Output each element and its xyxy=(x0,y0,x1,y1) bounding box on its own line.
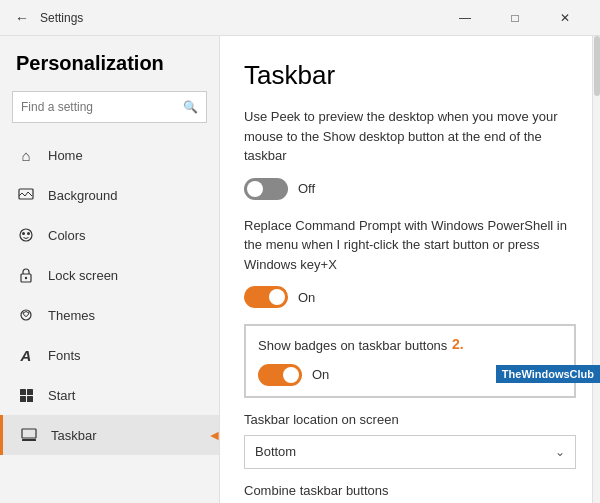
sidebar-item-label-background: Background xyxy=(48,188,117,203)
replace-toggle-label: On xyxy=(298,290,315,305)
start-icon xyxy=(16,385,36,405)
content-area: Taskbar Use Peek to preview the desktop … xyxy=(220,36,600,503)
badges-toggle-label: On xyxy=(312,367,329,382)
svg-rect-7 xyxy=(20,389,26,395)
sidebar-item-label-colors: Colors xyxy=(48,228,86,243)
svg-point-1 xyxy=(20,229,32,241)
title-bar: ← Settings — □ ✕ xyxy=(0,0,600,36)
svg-rect-8 xyxy=(27,389,33,395)
sidebar-item-label-start: Start xyxy=(48,388,75,403)
maximize-button[interactable]: □ xyxy=(492,4,538,32)
replace-toggle-row: On xyxy=(244,286,576,308)
colors-icon xyxy=(16,225,36,245)
location-title: Taskbar location on screen xyxy=(244,412,576,427)
sidebar: Personalization 🔍 ⌂ Home Background Colo… xyxy=(0,36,220,503)
svg-rect-9 xyxy=(20,396,26,402)
sidebar-item-lockscreen[interactable]: Lock screen xyxy=(0,255,219,295)
svg-rect-11 xyxy=(22,429,36,438)
sidebar-item-label-lockscreen: Lock screen xyxy=(48,268,118,283)
location-value: Bottom xyxy=(255,444,555,459)
home-icon: ⌂ xyxy=(16,145,36,165)
sidebar-item-label-themes: Themes xyxy=(48,308,95,323)
peek-toggle[interactable] xyxy=(244,178,288,200)
peek-toggle-row: Off xyxy=(244,178,576,200)
sidebar-item-taskbar[interactable]: Taskbar ◄ 1. xyxy=(0,415,219,455)
back-button[interactable]: ← xyxy=(12,8,32,28)
fonts-icon: A xyxy=(16,345,36,365)
search-box[interactable]: 🔍 xyxy=(12,91,207,123)
location-dropdown[interactable]: Bottom ⌄ xyxy=(244,435,576,469)
close-button[interactable]: ✕ xyxy=(542,4,588,32)
sidebar-item-fonts[interactable]: A Fonts xyxy=(0,335,219,375)
lock-icon xyxy=(16,265,36,285)
svg-point-2 xyxy=(22,232,25,235)
svg-rect-10 xyxy=(27,396,33,402)
window-title: Settings xyxy=(40,11,83,25)
sidebar-header: Personalization xyxy=(0,36,219,83)
badges-section: 2. Show badges on taskbar buttons On xyxy=(244,324,576,398)
sidebar-item-label-taskbar: Taskbar xyxy=(51,428,97,443)
combine-title: Combine taskbar buttons xyxy=(244,483,576,498)
sidebar-item-themes[interactable]: Themes xyxy=(0,295,219,335)
peek-toggle-label: Off xyxy=(298,181,315,196)
badges-toggle[interactable] xyxy=(258,364,302,386)
annotation-1-label: ◄ 1. xyxy=(208,427,220,443)
svg-point-5 xyxy=(25,277,27,279)
svg-rect-12 xyxy=(22,439,36,441)
background-icon xyxy=(16,185,36,205)
themes-icon xyxy=(16,305,36,325)
taskbar-icon xyxy=(19,425,39,445)
replace-toggle[interactable] xyxy=(244,286,288,308)
badges-description: Show badges on taskbar buttons xyxy=(258,336,562,356)
sidebar-item-background[interactable]: Background xyxy=(0,175,219,215)
sidebar-item-label-home: Home xyxy=(48,148,83,163)
sidebar-item-label-fonts: Fonts xyxy=(48,348,81,363)
annotation-2-label: 2. xyxy=(452,336,464,352)
sidebar-item-start[interactable]: Start xyxy=(0,375,219,415)
window-controls: — □ ✕ xyxy=(442,4,588,32)
scrollbar-thumb[interactable] xyxy=(594,36,600,96)
minimize-button[interactable]: — xyxy=(442,4,488,32)
sidebar-item-home[interactable]: ⌂ Home xyxy=(0,135,219,175)
replace-description: Replace Command Prompt with Windows Powe… xyxy=(244,216,576,275)
scrollbar-track[interactable] xyxy=(592,36,600,503)
peek-description: Use Peek to preview the desktop when you… xyxy=(244,107,576,166)
app-body: Personalization 🔍 ⌂ Home Background Colo… xyxy=(0,36,600,503)
watermark: TheWindowsClub xyxy=(496,365,600,383)
search-input[interactable] xyxy=(21,100,183,114)
search-icon: 🔍 xyxy=(183,100,198,114)
sidebar-item-colors[interactable]: Colors xyxy=(0,215,219,255)
location-dropdown-arrow: ⌄ xyxy=(555,445,565,459)
page-title: Taskbar xyxy=(244,60,576,91)
svg-point-3 xyxy=(27,232,30,235)
